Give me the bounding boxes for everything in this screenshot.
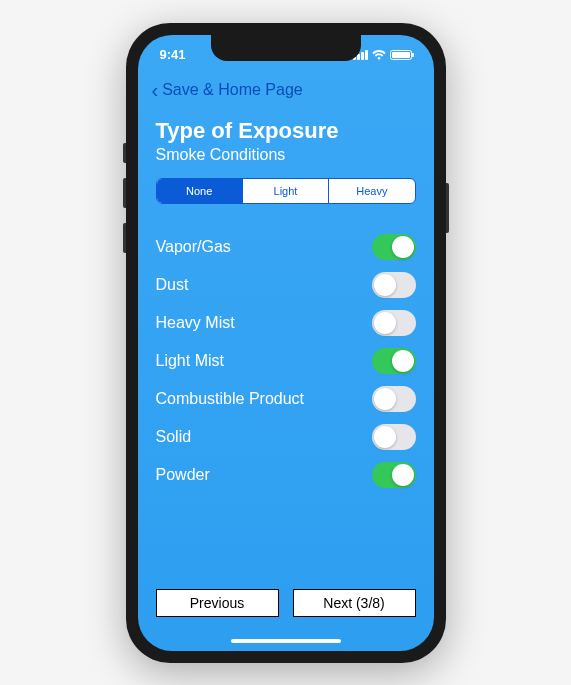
toggle-list: Vapor/GasDustHeavy MistLight MistCombust… bbox=[156, 228, 416, 494]
status-time: 9:41 bbox=[160, 47, 186, 62]
footer-buttons: Previous Next (3/8) bbox=[156, 589, 416, 617]
toggle-label: Light Mist bbox=[156, 352, 224, 370]
screen: 9:41 ‹ Save & Home Page Type o bbox=[138, 35, 434, 651]
side-button-right bbox=[446, 183, 449, 233]
toggle-row: Heavy Mist bbox=[156, 304, 416, 342]
toggle-row: Vapor/Gas bbox=[156, 228, 416, 266]
toggle-label: Dust bbox=[156, 276, 189, 294]
segmented-control: NoneLightHeavy bbox=[156, 178, 416, 204]
phone-frame: 9:41 ‹ Save & Home Page Type o bbox=[126, 23, 446, 663]
next-button[interactable]: Next (3/8) bbox=[293, 589, 416, 617]
toggle-switch[interactable] bbox=[372, 272, 416, 298]
toggle-label: Combustible Product bbox=[156, 390, 305, 408]
toggle-switch[interactable] bbox=[372, 310, 416, 336]
chevron-left-icon: ‹ bbox=[152, 79, 159, 102]
status-right bbox=[353, 50, 412, 60]
back-button[interactable]: ‹ Save & Home Page bbox=[152, 79, 303, 102]
notch bbox=[211, 35, 361, 61]
previous-button[interactable]: Previous bbox=[156, 589, 279, 617]
toggle-row: Combustible Product bbox=[156, 380, 416, 418]
toggle-label: Heavy Mist bbox=[156, 314, 235, 332]
segment-heavy[interactable]: Heavy bbox=[329, 179, 414, 203]
toggle-switch[interactable] bbox=[372, 348, 416, 374]
toggle-switch[interactable] bbox=[372, 234, 416, 260]
toggle-row: Solid bbox=[156, 418, 416, 456]
page-subtitle: Smoke Conditions bbox=[156, 146, 416, 164]
toggle-label: Solid bbox=[156, 428, 192, 446]
toggle-switch[interactable] bbox=[372, 462, 416, 488]
battery-icon bbox=[390, 50, 412, 60]
segment-none[interactable]: None bbox=[157, 179, 243, 203]
toggle-row: Powder bbox=[156, 456, 416, 494]
toggle-switch[interactable] bbox=[372, 424, 416, 450]
wifi-icon bbox=[372, 50, 386, 60]
toggle-label: Powder bbox=[156, 466, 210, 484]
segment-light[interactable]: Light bbox=[243, 179, 329, 203]
home-indicator[interactable] bbox=[231, 639, 341, 643]
toggle-switch[interactable] bbox=[372, 386, 416, 412]
nav-bar: ‹ Save & Home Page bbox=[138, 75, 434, 112]
page-title: Type of Exposure bbox=[156, 118, 416, 144]
toggle-label: Vapor/Gas bbox=[156, 238, 231, 256]
back-label: Save & Home Page bbox=[162, 81, 303, 99]
content: Type of Exposure Smoke Conditions NoneLi… bbox=[138, 112, 434, 494]
toggle-row: Light Mist bbox=[156, 342, 416, 380]
toggle-row: Dust bbox=[156, 266, 416, 304]
side-buttons-left bbox=[123, 143, 126, 268]
